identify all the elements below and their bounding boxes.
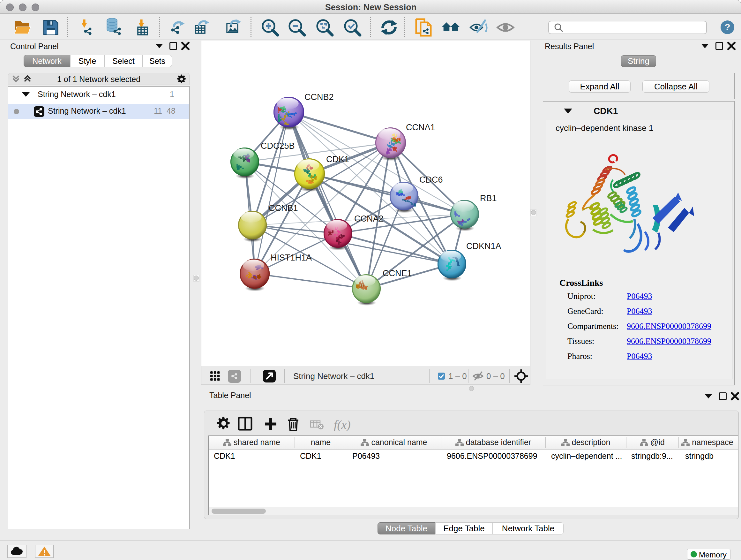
- svg-text:CCNA1: CCNA1: [406, 123, 435, 132]
- svg-text:CDC25B: CDC25B: [261, 141, 295, 151]
- svg-text:f(x): f(x): [334, 418, 351, 432]
- svg-text:?: ?: [724, 22, 730, 32]
- svg-text:CDC6: CDC6: [419, 175, 443, 185]
- svg-text:RB1: RB1: [480, 193, 497, 203]
- svg-text:String Network – cdk1: String Network – cdk1: [293, 371, 374, 381]
- svg-text:CDKN1A: CDKN1A: [466, 241, 501, 251]
- svg-text:CDK1: CDK1: [326, 154, 349, 164]
- svg-text:1 – 0: 1 – 0: [448, 371, 467, 381]
- svg-text:CCNE1: CCNE1: [383, 268, 412, 278]
- svg-text:CCNB2: CCNB2: [305, 92, 334, 102]
- svg-text:HIST1H1A: HIST1H1A: [271, 253, 312, 262]
- svg-text:CCNB1: CCNB1: [269, 203, 298, 213]
- svg-text:0 – 0: 0 – 0: [486, 371, 505, 381]
- svg-text:CCNA2: CCNA2: [354, 214, 384, 224]
